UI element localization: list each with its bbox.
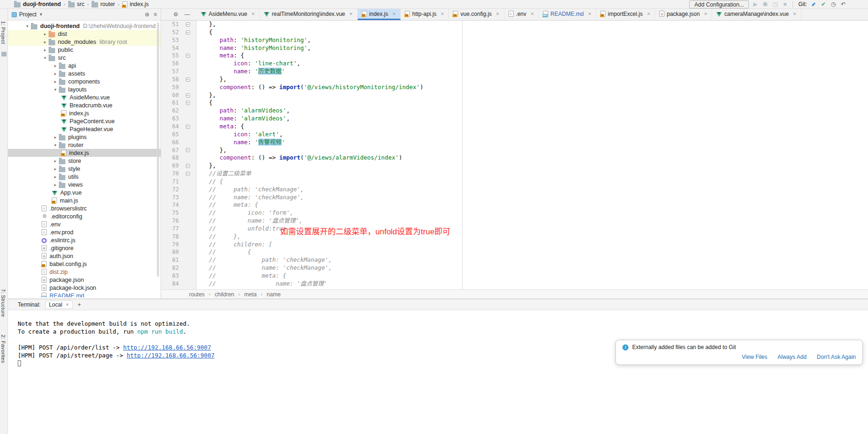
chevron-right-icon[interactable]: ▸ — [52, 175, 59, 179]
editor-tab[interactable]: {}package.json✕ — [655, 9, 712, 20]
chevron-down-icon[interactable]: ▾ — [52, 87, 59, 92]
editor-tab[interactable]: AsideMenu.vue✕ — [197, 9, 260, 20]
fold-marker-icon[interactable]: − — [186, 93, 190, 98]
editor-breadcrumb-item[interactable]: name — [267, 291, 281, 298]
notification-action-link[interactable]: Always Add — [777, 354, 806, 360]
tree-row[interactable]: ▾router — [8, 141, 161, 149]
tree-row[interactable]: {}package-lock.json — [8, 284, 161, 292]
breadcrumb-item[interactable]: index.js — [122, 1, 149, 7]
fold-marker-icon[interactable]: − — [186, 101, 190, 105]
close-icon[interactable]: ✕ — [530, 12, 534, 16]
fold-marker-icon[interactable]: − — [186, 172, 190, 176]
fold-marker-icon[interactable]: − — [186, 148, 190, 152]
add-configuration-button[interactable]: Add Configuration... — [689, 0, 749, 8]
close-icon[interactable]: ✕ — [251, 12, 255, 16]
tree-row[interactable]: ▾duoji-frontendD:\zheheWeb\duoji-fronten… — [8, 22, 161, 30]
tree-row[interactable]: ▸dist — [8, 30, 161, 38]
stop-button[interactable]: ■ — [783, 1, 786, 7]
close-icon[interactable]: ✕ — [349, 12, 353, 16]
tree-row[interactable]: ┆dist.zip — [8, 268, 161, 276]
breadcrumb-item[interactable]: duoji-frontend — [14, 1, 61, 7]
tree-row[interactable]: ▸utils — [8, 173, 161, 181]
tree-row[interactable]: index.js — [8, 149, 161, 157]
close-icon[interactable]: ✕ — [65, 302, 69, 307]
tree-row[interactable]: {}auth.json — [8, 252, 161, 260]
tree-row[interactable]: PageContent.vue — [8, 117, 161, 125]
tree-row[interactable]: ▸plugins — [8, 133, 161, 141]
tree-row[interactable]: AsideMenu.vue — [8, 93, 161, 101]
view-options-button[interactable]: ≡ — [154, 11, 157, 18]
close-icon[interactable]: ✕ — [793, 12, 797, 16]
notification-action-link[interactable]: View Files — [742, 354, 767, 360]
code-editor[interactable]: 51− },52− {53 path: 'historyMonitoring',… — [161, 21, 868, 289]
tree-scrollbar[interactable] — [157, 22, 159, 277]
project-stripe-icon[interactable] — [1, 52, 7, 56]
close-icon[interactable]: ✕ — [704, 12, 708, 16]
tree-row[interactable]: ≡.env.prod — [8, 228, 161, 236]
tree-row[interactable]: ▸api — [8, 62, 161, 70]
fold-marker-icon[interactable]: − — [186, 30, 190, 35]
project-panel-title[interactable]: Project — [19, 11, 36, 18]
terminal-link[interactable]: http://192.168.66.56:9007 — [127, 352, 214, 359]
chevron-right-icon[interactable]: ▸ — [52, 71, 59, 76]
tree-row[interactable]: ▸assets — [8, 70, 161, 77]
tree-row[interactable]: Breadcrumb.vue — [8, 101, 161, 109]
stripe-favorites-button[interactable]: 2: Favorites — [0, 335, 6, 363]
tree-row[interactable]: App.vue — [8, 189, 161, 196]
tree-row[interactable]: ▾layouts — [8, 85, 161, 93]
git-history-button[interactable]: ◷ — [831, 1, 835, 7]
debug-button[interactable]: ⬢ — [763, 1, 768, 7]
tree-row[interactable]: ▸components — [8, 77, 161, 85]
notification-action-link[interactable]: Don't Ask Again — [817, 354, 856, 360]
tree-row[interactable]: index.js — [8, 109, 161, 117]
tab-settings-gear[interactable]: ⚙ — [173, 11, 178, 18]
chevron-down-icon[interactable]: ▾ — [24, 24, 31, 28]
fold-marker-icon[interactable]: − — [186, 164, 190, 168]
tree-row[interactable]: ▸style — [8, 165, 161, 173]
tree-row[interactable]: ▸node_moduleslibrary root — [8, 38, 161, 46]
editor-tab[interactable]: README.md✕ — [539, 9, 596, 20]
close-icon[interactable]: ✕ — [441, 12, 445, 16]
tree-row[interactable]: ≡.env — [8, 220, 161, 228]
chevron-right-icon[interactable]: ▸ — [52, 167, 59, 171]
chevron-right-icon[interactable]: ▸ — [42, 40, 49, 44]
editor-tab[interactable]: http-api.js✕ — [401, 9, 449, 20]
chevron-right-icon[interactable]: ▸ — [52, 63, 59, 68]
stripe-structure-button[interactable]: 7: Structure — [0, 289, 6, 317]
run-button[interactable]: ▶ — [753, 1, 757, 7]
chevron-right-icon[interactable]: ▸ — [52, 159, 59, 163]
tree-row[interactable]: ▸store — [8, 157, 161, 165]
chevron-right-icon[interactable]: ▸ — [52, 182, 59, 187]
chevron-right-icon[interactable]: ▸ — [52, 135, 59, 140]
tree-row[interactable]: ▾src — [8, 54, 161, 62]
chevron-right-icon[interactable]: ▸ — [52, 79, 59, 84]
terminal-link[interactable]: http://192.168.66.56:9007 — [123, 344, 211, 351]
terminal-tab-local[interactable]: Local ✕ — [45, 301, 73, 309]
run-with-coverage-button[interactable]: ◳ — [773, 1, 778, 7]
chevron-down-icon[interactable]: ▾ — [52, 143, 59, 147]
tree-row[interactable]: ▸public — [8, 46, 161, 54]
tree-row[interactable]: main.js — [8, 196, 161, 204]
editor-tab[interactable]: importExcel.js✕ — [596, 9, 655, 20]
fold-marker-icon[interactable]: − — [186, 125, 190, 129]
tree-row[interactable]: PageHeader.vue — [8, 125, 161, 133]
breadcrumb-item[interactable]: router — [92, 1, 115, 7]
fold-marker-icon[interactable]: − — [186, 54, 190, 58]
tree-row[interactable]: README.md — [8, 292, 161, 297]
close-icon[interactable]: ✕ — [392, 12, 396, 16]
stripe-project-button[interactable]: 1: Project — [0, 21, 6, 44]
git-rollback-button[interactable]: ↶ — [841, 1, 846, 7]
tree-row[interactable]: .eslintrc.js — [8, 236, 161, 244]
chevron-right-icon[interactable]: ▸ — [42, 48, 49, 52]
editor-tab[interactable]: realTimeMonitoring\index.vue✕ — [260, 9, 358, 20]
editor-breadcrumb-item[interactable]: children — [215, 291, 234, 298]
editor-tab[interactable]: ≡.env✕ — [504, 9, 539, 20]
tree-row[interactable]: babel.config.js — [8, 260, 161, 268]
chevron-right-icon[interactable]: ▸ — [42, 32, 49, 36]
tree-row[interactable]: {}package.json — [8, 276, 161, 284]
fold-marker-icon[interactable]: − — [186, 77, 190, 82]
chevron-down-icon[interactable]: ▼ — [39, 12, 43, 17]
hide-panel-button[interactable]: — — [184, 11, 190, 18]
fold-marker-icon[interactable]: − — [186, 22, 190, 27]
breadcrumb-item[interactable]: src — [68, 1, 85, 7]
